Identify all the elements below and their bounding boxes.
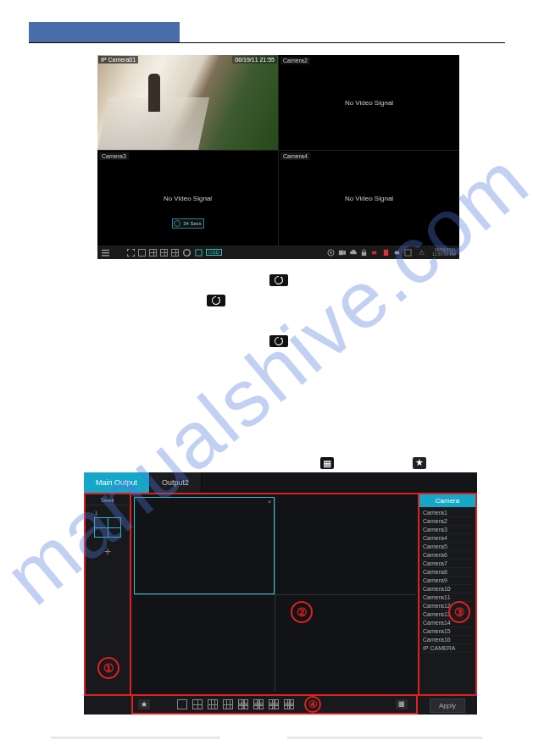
camera-list-item[interactable]: Camera9 (421, 577, 474, 585)
camera-cell-2[interactable]: Camera2 No Video Signal (279, 55, 459, 150)
footer-rule-left (51, 737, 220, 739)
svg-marker-7 (343, 250, 346, 254)
camera-list-panel: Camera Camera1 Camera2 Camera3 Camera4 C… (418, 493, 477, 696)
annotation-4: ④ (304, 696, 321, 713)
mode-1-icon[interactable] (177, 699, 187, 709)
net-status-icon[interactable] (393, 248, 402, 257)
dwell-toggle-icon[interactable] (182, 248, 191, 257)
mode-6-icon[interactable] (208, 699, 218, 709)
active-mode-icon[interactable] (194, 248, 203, 257)
toolbar-status-group (327, 248, 413, 257)
svg-rect-9 (372, 251, 376, 254)
single-view-icon[interactable] (138, 249, 146, 257)
multi-view-icon[interactable] (160, 249, 168, 257)
mode-16-icon[interactable] (269, 699, 279, 709)
layout-cell-1[interactable]: × (134, 497, 275, 594)
camera-list-header: Camera (419, 494, 475, 507)
favorite-button[interactable]: ★ (138, 699, 150, 709)
svg-rect-0 (102, 249, 109, 250)
add-scheme-button[interactable]: + (94, 541, 121, 561)
mode-8-icon[interactable] (223, 699, 233, 709)
camera-list-item[interactable]: Camera8 (421, 568, 474, 577)
live-view-screenshot: IP Camera01 06/19/11 21:55 Camera2 No Vi… (97, 55, 459, 259)
camera-cell-4[interactable]: Camera4 No Video Signal (279, 151, 459, 246)
camera-list-item[interactable]: Camera15 (421, 627, 474, 636)
all-cameras-button[interactable]: ▦ (396, 699, 408, 709)
toolbar-time: 11:50:01 PM (432, 252, 456, 257)
scheme-number-1: 1 (95, 510, 97, 516)
annotation-1: ① (97, 657, 119, 679)
output-tabs: Main Output Output2 (84, 472, 477, 493)
dwell-icon-inline-2 (207, 295, 225, 306)
warning-icon[interactable]: ⚠ (416, 248, 427, 257)
camera-list-item[interactable]: Camera2 (421, 517, 474, 526)
osd-toggle-button[interactable]: OSD (206, 249, 222, 256)
scheme-settings-screenshot: Main Output Output2 Dwell 1 + ① × ② C (84, 472, 477, 715)
osd-dwell-button[interactable]: 34 Secs (172, 218, 204, 229)
camera-cell-3[interactable]: Camera3 No Video Signal 34 Secs (97, 151, 278, 246)
live-view-toolbar: OSD ⚠ 06/06/2021 11:50:01 PM (97, 246, 459, 259)
playback-icon[interactable] (327, 248, 336, 257)
body-paragraphs: ▦ ★ (114, 268, 436, 474)
scheme-thumbnail-1[interactable]: 1 (94, 517, 121, 538)
camera2-label: Camera2 (280, 57, 310, 64)
camera4-label: Camera4 (280, 152, 310, 160)
layout-cell-2[interactable] (275, 497, 416, 594)
tab-main-output[interactable]: Main Output (84, 472, 150, 493)
disk-status-icon[interactable] (382, 248, 391, 257)
tab-output2[interactable]: Output2 (150, 472, 202, 493)
camera-list-item[interactable]: Camera11 (421, 593, 474, 602)
scheme-layout-grid: × (134, 497, 415, 692)
record-icon[interactable] (338, 248, 347, 257)
toolbar-datetime: 06/06/2021 11:50:01 PM (432, 248, 456, 257)
camera-list-item[interactable]: Camera10 (421, 585, 474, 593)
camera-list[interactable]: Camera1 Camera2 Camera3 Camera4 Camera5 … (419, 507, 475, 694)
camera2-no-signal: No Video Signal (345, 99, 393, 107)
annotation-3: ③ (448, 601, 470, 623)
camera1-timestamp: 06/19/11 21:55 (232, 56, 277, 63)
camera-cell-1[interactable]: IP Camera01 06/19/11 21:55 (97, 55, 278, 150)
footer-rule-right (287, 737, 482, 739)
camera-list-item[interactable]: IP CAMERA (421, 644, 474, 653)
menu-icon[interactable] (101, 248, 109, 257)
camera4-no-signal: No Video Signal (345, 195, 393, 202)
dwell-ring-icon (174, 220, 180, 227)
camera-list-item[interactable]: Camera16 (421, 636, 474, 644)
svg-rect-11 (395, 251, 399, 254)
mode-9-icon[interactable] (238, 699, 248, 709)
camera-list-item[interactable]: Camera3 (421, 526, 474, 534)
multi-view-icon-2[interactable] (171, 249, 179, 257)
calendar-icon-inline: ▦ (320, 457, 334, 469)
svg-rect-1 (102, 252, 109, 253)
camera-list-item[interactable]: Camera4 (421, 534, 474, 543)
camera3-no-signal: No Video Signal (164, 195, 212, 202)
cell-close-icon[interactable]: × (268, 498, 272, 505)
lock-icon[interactable] (360, 248, 369, 257)
mode-25-icon[interactable] (284, 699, 294, 709)
mode-4-icon[interactable] (192, 699, 203, 709)
scheme-main-row: Dwell 1 + ① × ② Camera Camera1 Came (84, 493, 477, 696)
camera-list-item[interactable]: Camera1 (421, 509, 474, 517)
camera-list-item[interactable]: Camera6 (421, 551, 474, 560)
svg-rect-6 (339, 250, 343, 254)
svg-rect-2 (102, 255, 109, 256)
svg-marker-5 (330, 251, 333, 254)
dwell-icon-inline-3 (269, 335, 288, 347)
cloud-icon[interactable] (349, 248, 358, 257)
dwell-icon-inline-1 (269, 274, 288, 286)
camera-list-item[interactable]: Camera5 (421, 543, 474, 551)
annotation-2: ② (291, 601, 313, 623)
fullscreen-icon[interactable] (126, 248, 135, 257)
layout-cell-3[interactable] (134, 595, 275, 693)
quad-camera-grid: IP Camera01 06/19/11 21:55 Camera2 No Vi… (97, 55, 459, 246)
info-icon[interactable] (404, 248, 413, 257)
scheme-bottom-row: ★ ④ ▦ Apply (84, 696, 477, 715)
dwell-panel-label: Dwell (86, 496, 130, 505)
camera-status-icon[interactable] (371, 248, 380, 257)
mode-13-icon[interactable] (253, 699, 264, 709)
osd-dwell-label: 34 Secs (183, 221, 202, 226)
apply-area: Apply (418, 698, 477, 713)
apply-button[interactable]: Apply (430, 698, 465, 713)
quad-view-icon[interactable] (149, 249, 157, 257)
camera-list-item[interactable]: Camera7 (421, 560, 474, 568)
